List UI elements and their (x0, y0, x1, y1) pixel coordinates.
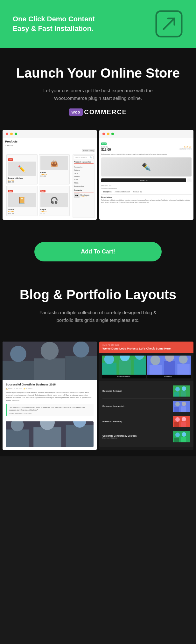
product-detail-content: Sale! $22.00 $18.00 ★★★★★ 1 customer rev… (99, 138, 193, 206)
svg-rect-25 (164, 361, 175, 375)
products-small-item: 🕶️ Sunglasses ★★★★★ (74, 193, 94, 198)
description-text: Pellentesque habitant morbi tristique se… (101, 199, 192, 204)
svg-rect-33 (181, 391, 186, 397)
sale-badge: Sale (8, 190, 13, 192)
portfolio-list-item[interactable]: Business Seminar (102, 384, 190, 399)
search-icon[interactable]: 🔍 (90, 156, 92, 158)
cat-item[interactable]: Tshirts (74, 181, 94, 184)
launch-description: Let your customers get the best experian… (38, 87, 158, 102)
portfolio-header-title: We've Done Lot's Projects Let's Check So… (102, 347, 190, 351)
portfolio-item-name: Business Leadershi... (102, 405, 125, 407)
product-price: $18.00 (8, 181, 36, 183)
product-tabs: Description Additional information Revie… (101, 190, 192, 195)
blog-description: Fantastic multiple collection of careful… (31, 309, 165, 324)
sort-row: Default sorting (3, 148, 97, 153)
search-placeholder: search products... (75, 156, 88, 158)
products-grid: Sale ✏️ Beanie with logo ★★★★★ $18.00 👜 … (4, 154, 72, 218)
product-price: $18.00 (8, 212, 36, 214)
add-to-cart-button[interactable]: Add to cart (101, 178, 186, 182)
product-detail-card: Sale! $22.00 $18.00 ★★★★★ 1 customer rev… (99, 130, 193, 220)
product-price: $15.00 (40, 175, 68, 177)
product-item: Sale 📔 Beanie ★★★★★ $18.00 (6, 186, 38, 216)
dot-green (15, 133, 17, 135)
portfolio-image-item[interactable]: Business S... (147, 356, 191, 378)
rating-block: ★★★★★ 1 customer review (178, 146, 192, 150)
green-banner: One Click Demo Content Easy & Fast Insta… (0, 0, 196, 48)
svg-rect-31 (174, 392, 179, 397)
sale-badge: Sale (8, 158, 13, 161)
dot-green (111, 133, 114, 135)
portfolio-item-info: Corporate Consultancy Solution Business … (102, 435, 136, 439)
portfolio-item-name: Financial Planning (102, 420, 122, 423)
products-breadcrumb: ⌂ Home (3, 144, 97, 148)
price-new: $18.00 (101, 148, 111, 151)
customer-label: 1 customer review (178, 148, 192, 150)
tab-additional-info[interactable]: Additional information (113, 190, 132, 194)
blog-meta: ✍ admin 🗓 Jan 2018 📁 Business (6, 388, 94, 390)
product-item: Sale 🎧 Single ★★★★☆ $2.00 (39, 186, 70, 216)
stars: ★★★★★ (178, 146, 192, 148)
blog-cards-row: Successful Growth In Business 2018 ✍ adm… (0, 335, 196, 457)
svg-point-45 (175, 433, 180, 437)
sidebar-categories: search products... 🔍 Product categories … (73, 154, 95, 218)
blog-title: Successful Growth In Business 2018 (6, 383, 94, 386)
launch-heading: Launch Your Online Store (16, 65, 180, 81)
portfolio-list-item[interactable]: Financial Planning (102, 414, 190, 429)
cat-item[interactable]: Accessories (74, 165, 94, 169)
blog-quote-author: — Ben Brantwork, Co Sarasota (9, 412, 91, 414)
tab-reviews[interactable]: Reviews (1) (132, 190, 143, 194)
add-to-cart-button[interactable]: Add To Cart! (34, 242, 162, 261)
description-title: Description (101, 196, 192, 198)
sort-select[interactable]: Default sorting (82, 149, 95, 152)
price-old: $22.00 (101, 146, 111, 148)
tab-description[interactable]: Description (101, 190, 113, 194)
card-header (99, 130, 193, 138)
blog-quote: "For all your printing prerequisites. Of… (6, 404, 94, 417)
portfolio-list-item[interactable]: Business Leadershi... (102, 399, 190, 414)
svg-rect-16 (102, 363, 116, 375)
product-image-detail: ✒️ (101, 157, 192, 177)
card-header (3, 130, 97, 138)
portfolio-image (147, 356, 191, 375)
blog-section: Blog & Portfolio Layouts Fantastic multi… (0, 271, 196, 335)
cat-item[interactable]: Music (74, 178, 94, 181)
svg-rect-23 (149, 365, 161, 375)
svg-rect-43 (181, 422, 186, 427)
product-price: $2.00 (40, 212, 68, 214)
svg-point-47 (182, 432, 186, 437)
blog-image-overlay (3, 342, 97, 380)
svg-point-42 (182, 417, 186, 421)
sidebar-search[interactable]: search products... 🔍 (74, 156, 94, 159)
wishlist-button[interactable]: ♡ (187, 178, 192, 182)
blog-excerpt: Mauris at purus et purus ornare tineidun… (6, 391, 94, 402)
svg-point-24 (150, 356, 160, 365)
portfolio-image-item[interactable]: Business Seminar (102, 356, 146, 378)
dot-red (102, 133, 105, 135)
svg-rect-41 (174, 422, 179, 427)
cat-item[interactable]: Uncategorized (74, 184, 94, 188)
products-left-card: Products ⌂ Home Default sorting Sale ✏️ … (3, 130, 97, 220)
portfolio-item-label: Business Seminar (102, 375, 146, 378)
portfolio-list: Business Seminar Business Leadershi... (99, 381, 193, 447)
portfolio-card-right: OUR PORTFOLIO We've Done Lot's Projects … (99, 342, 193, 450)
sale-label: Sale! (101, 142, 107, 145)
portfolio-images-grid: Business Seminar Business S... (99, 353, 193, 381)
svg-point-32 (182, 386, 186, 391)
portfolio-item-name: Business Seminar (102, 390, 122, 392)
cat-item[interactable]: Hoodies (74, 175, 94, 178)
dot-yellow (10, 133, 13, 135)
svg-rect-11 (33, 427, 61, 447)
cat-item[interactable]: Decor (74, 172, 94, 175)
product-item: 👜 Album ★★★★★ $15.00 (39, 154, 70, 184)
svg-point-40 (175, 417, 180, 422)
cat-item[interactable]: Clothing (74, 169, 94, 172)
svg-rect-48 (181, 437, 186, 442)
products-sidebar-title: Products (74, 189, 94, 192)
products-screenshots-section: Products ⌂ Home Default sorting Sale ✏️ … (0, 130, 196, 232)
portfolio-list-item[interactable]: Corporate Consultancy Solution Business … (102, 429, 190, 444)
categories-title: Product categories (74, 161, 94, 164)
portfolio-item-name: Corporate Consultancy Solution (102, 435, 136, 437)
product-actions: Add to cart ♡ (101, 178, 192, 182)
launch-section: Launch Your Online Store Let your custom… (0, 48, 196, 130)
svg-rect-36 (174, 407, 179, 412)
